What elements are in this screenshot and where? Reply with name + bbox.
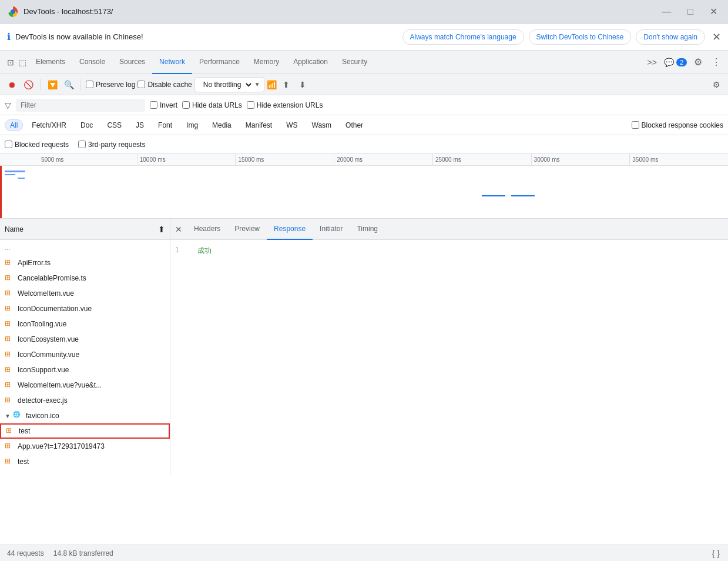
list-item-welcomeitem-vue[interactable]: ⊞ WelcomeItem.vue?vue&t... (0, 378, 170, 393)
invert-checkbox[interactable] (150, 101, 157, 109)
notifications-button[interactable]: 💬 2 (664, 58, 687, 67)
blocked-requests-checkbox[interactable] (5, 141, 12, 148)
disable-cache-checkbox[interactable] (137, 81, 145, 88)
tab-initiator[interactable]: Initiator (313, 219, 350, 240)
type-filter-font[interactable]: Font (153, 119, 177, 131)
file-icon: ⊞ (5, 350, 14, 359)
timeline-bar-2 (5, 174, 15, 175)
filter-input[interactable] (16, 99, 145, 112)
tab-elements[interactable]: Elements (29, 51, 72, 74)
tab-performance[interactable]: Performance (192, 51, 247, 74)
list-item-test-selected[interactable]: ⊞ test (0, 423, 170, 439)
tab-console[interactable]: Console (72, 51, 112, 74)
file-icon: ⊞ (5, 380, 14, 390)
timeline-bar-1 (5, 171, 25, 172)
file-list-title: Name (5, 225, 24, 233)
resize-handle[interactable]: ⬆ (158, 225, 165, 234)
info-bar: ℹ DevTools is now available in Chinese! … (0, 24, 728, 51)
dont-show-again-button[interactable]: Don't show again (636, 29, 705, 45)
close-button[interactable]: ✕ (706, 5, 721, 18)
file-icon: ⊞ (5, 319, 14, 329)
hide-data-urls-label: Hide data URLs (182, 101, 242, 109)
record-button[interactable]: ⏺ (5, 78, 19, 92)
file-icon: ⊞ (5, 335, 14, 344)
tab-headers[interactable]: Headers (187, 219, 227, 240)
type-filter-img[interactable]: Img (181, 119, 203, 131)
device-toolbar-icon[interactable]: ⊡ (5, 55, 16, 69)
more-options-icon[interactable]: ⋮ (709, 54, 723, 70)
blocked-cookies-checkbox[interactable] (632, 121, 639, 129)
timeline-marker-1 (482, 195, 505, 196)
info-close-icon[interactable]: ✕ (712, 31, 721, 44)
network-settings-button[interactable]: ⚙ (709, 78, 723, 92)
clear-button[interactable]: 🚫 (21, 78, 35, 92)
minimize-button[interactable]: — (658, 5, 675, 18)
list-item-favicon[interactable]: ▼ 🌐 favicon.ico (0, 408, 170, 423)
list-item-icontooling[interactable]: ⊞ IconTooling.vue (0, 316, 170, 332)
type-filter-css[interactable]: CSS (102, 119, 127, 131)
tab-memory[interactable]: Memory (247, 51, 286, 74)
type-filter-doc[interactable]: Doc (75, 119, 98, 131)
tab-security[interactable]: Security (335, 51, 374, 74)
third-party-checkbox[interactable] (78, 141, 86, 148)
window-title: DevTools - localhost:5173/ (24, 7, 113, 16)
list-item-iconecosystem[interactable]: ⊞ IconEcosystem.vue (0, 332, 170, 347)
more-tabs-icon[interactable]: >> (645, 55, 659, 69)
type-filter-other[interactable]: Other (340, 119, 368, 131)
list-item-iconsupport[interactable]: ⊞ IconSupport.vue (0, 362, 170, 378)
file-icon: ⊞ (5, 457, 14, 466)
close-panel-button[interactable]: ✕ (175, 225, 182, 234)
tab-network[interactable]: Network (152, 51, 192, 74)
tab-sources[interactable]: Sources (112, 51, 152, 74)
window-controls: — □ ✕ (658, 5, 721, 18)
tab-application[interactable]: Application (286, 51, 335, 74)
type-filter-ws[interactable]: WS (281, 119, 303, 131)
list-item-partial[interactable]: ... (0, 240, 170, 255)
list-item-apierror[interactable]: ⊞ ApiError.ts (0, 255, 170, 271)
timeline-bar-3 (18, 178, 25, 179)
type-filter-manifest[interactable]: Manifest (240, 119, 277, 131)
disable-cache-label: Disable cache (137, 81, 192, 89)
ruler-mark-2: 10000 ms (137, 154, 236, 165)
match-language-button[interactable]: Always match Chrome's language (402, 29, 524, 45)
tab-timing[interactable]: Timing (350, 219, 385, 240)
type-filter-all[interactable]: All (5, 119, 23, 131)
settings-icon[interactable]: ⚙ (692, 54, 704, 70)
response-content: 1 成功 (170, 240, 728, 475)
timeline-ruler: 5000 ms 10000 ms 15000 ms 20000 ms 25000… (0, 154, 728, 166)
search-button[interactable]: 🔍 (62, 78, 76, 92)
list-item-icondoc[interactable]: ⊞ IconDocumentation.vue (0, 301, 170, 316)
info-icon: ℹ (7, 31, 11, 42)
list-item-detector[interactable]: ⊞ detector-exec.js (0, 393, 170, 408)
throttle-select[interactable]: No throttling Fast 3G Slow 3G Offline (199, 79, 253, 91)
list-item-iconcommunity[interactable]: ⊞ IconCommunity.vue (0, 347, 170, 362)
upload-button[interactable]: ⬆ (279, 78, 293, 92)
data-transferred: 14.8 kB transferred (53, 549, 113, 557)
list-item-test2[interactable]: ⊞ test (0, 454, 170, 469)
format-button[interactable]: { } (711, 547, 721, 559)
hide-ext-urls-checkbox[interactable] (247, 101, 254, 109)
type-filter-media[interactable]: Media (207, 119, 237, 131)
type-filter-js[interactable]: JS (130, 119, 149, 131)
maximize-button[interactable]: □ (684, 5, 697, 18)
download-button[interactable]: ⬇ (296, 78, 310, 92)
timeline: 5000 ms 10000 ms 15000 ms 20000 ms 25000… (0, 154, 728, 219)
tab-response[interactable]: Response (267, 219, 313, 240)
preserve-log-checkbox[interactable] (86, 81, 93, 88)
ruler-mark-5: 25000 ms (432, 154, 531, 165)
line-number: 1 (175, 246, 193, 256)
split-view: Name ⬆ ... ⊞ ApiError.ts ⊞ CancelablePro… (0, 219, 728, 475)
tab-preview[interactable]: Preview (227, 219, 267, 240)
inspect-icon[interactable]: ⬚ (16, 55, 29, 69)
type-filter-fetch-xhr[interactable]: Fetch/XHR (26, 119, 72, 131)
title-bar: DevTools - localhost:5173/ — □ ✕ (0, 0, 728, 24)
arrow-down-icon: ▼ (5, 413, 11, 419)
hide-data-urls-checkbox[interactable] (182, 101, 190, 109)
list-item-cancelable[interactable]: ⊞ CancelablePromise.ts (0, 271, 170, 286)
switch-chinese-button[interactable]: Switch DevTools to Chinese (529, 29, 632, 45)
main-tabs: ⊡ ⬚ Elements Console Sources Network Per… (0, 51, 728, 74)
list-item-appvue[interactable]: ⊞ App.vue?t=1729317019473 (0, 439, 170, 454)
filter-toggle-button[interactable]: 🔽 (45, 78, 59, 92)
type-filter-wasm[interactable]: Wasm (307, 119, 337, 131)
list-item-welcomeitem[interactable]: ⊞ WelcomeItem.vue (0, 286, 170, 301)
